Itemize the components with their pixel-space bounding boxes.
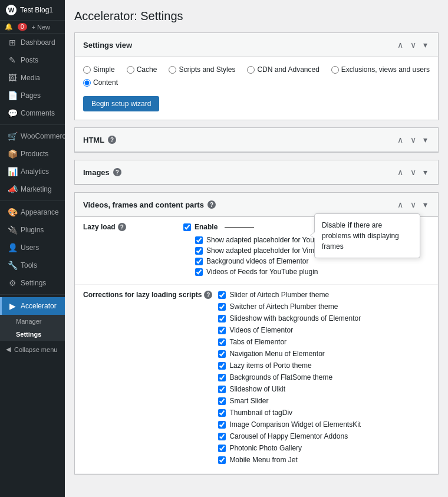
videos-collapse-toggle[interactable]: ▾ — [421, 199, 430, 210]
radio-cdn-advanced[interactable] — [247, 66, 255, 74]
lazy-load-enable-checkbox[interactable] — [183, 223, 191, 231]
setup-wizard-button[interactable]: Begin setup wizard — [83, 96, 159, 111]
comments-icon: 💬 — [8, 108, 17, 118]
sidebar-item-comments[interactable]: 💬 Comments — [0, 104, 65, 122]
sidebar-item-products[interactable]: 📦 Products — [0, 145, 65, 163]
check-photonic-gallery-input[interactable] — [218, 445, 226, 452]
collapse-down-button[interactable]: ∨ — [408, 39, 419, 51]
radio-content[interactable] — [83, 79, 91, 87]
sidebar-item-label: Tools — [21, 261, 37, 269]
sidebar-item-tools[interactable]: 🔧 Tools — [0, 256, 65, 274]
plugins-icon: 🔌 — [8, 225, 17, 235]
images-collapse-down[interactable]: ∨ — [408, 166, 419, 178]
corrections-controls: Slider of Airtech Plumber theme Switcher… — [218, 291, 430, 468]
check-happy-carousel-input[interactable] — [218, 433, 226, 440]
sidebar-item-accelerator[interactable]: ▶ Accelerator — [0, 297, 65, 315]
radio-scripts-styles[interactable] — [169, 66, 176, 74]
lazy-load-text: Lazy load — [83, 223, 116, 231]
collapse-icon: ◀ — [6, 345, 11, 353]
sidebar-submenu-manager[interactable]: Manager — [0, 315, 65, 328]
option-exclusions[interactable]: Exclusions, views and users — [331, 65, 430, 74]
corrections-info-icon[interactable]: ? — [204, 291, 212, 299]
tooltip-text-bold: if — [347, 221, 351, 229]
check-elementor-slideshow-input[interactable] — [218, 315, 226, 322]
check-elementor-tabs: Tabs of Elementor — [218, 338, 430, 346]
radio-cache[interactable] — [127, 66, 134, 74]
html-title-text: HTML — [83, 136, 104, 144]
check-youtube-input[interactable] — [195, 236, 203, 244]
lazy-load-info-icon[interactable]: ? — [118, 223, 126, 231]
sidebar-item-marketing[interactable]: 📣 Marketing — [0, 180, 65, 198]
sidebar-item-analytics[interactable]: 📊 Analytics — [0, 163, 65, 180]
site-name: Test Blog1 — [20, 6, 53, 14]
option-cdn-label: CDN and Advanced — [257, 65, 319, 74]
check-jet-mobile-input[interactable] — [218, 456, 226, 464]
sidebar-item-pages[interactable]: 📄 Pages — [0, 87, 65, 104]
woocommerce-icon: 🛒 — [8, 131, 17, 141]
check-tagdiv-thumb-input[interactable] — [218, 409, 226, 417]
sidebar-item-label: Marketing — [21, 185, 52, 193]
check-smart-slider-input[interactable] — [218, 397, 226, 405]
videos-info-icon[interactable]: ? — [207, 200, 216, 209]
sidebar-submenu-settings[interactable]: Settings — [0, 328, 65, 341]
option-content[interactable]: Content — [83, 78, 118, 87]
option-simple[interactable]: Simple — [83, 65, 115, 74]
check-airtech-slider-input[interactable] — [218, 291, 226, 299]
sidebar-item-posts[interactable]: ✎ Posts — [0, 51, 65, 69]
images-info-icon[interactable]: ? — [113, 168, 121, 176]
page-title: Accelerator: Settings — [74, 9, 439, 23]
check-airtech-switcher-input[interactable] — [218, 303, 226, 311]
videos-collapse-down[interactable]: ∨ — [408, 199, 419, 210]
html-collapse-down[interactable]: ∨ — [408, 134, 419, 146]
sidebar-item-settings[interactable]: ⚙ Settings — [0, 274, 65, 292]
label: Slider of Airtech Plumber theme — [229, 291, 329, 299]
option-cache[interactable]: Cache — [127, 65, 157, 74]
videos-collapse-up[interactable]: ∧ — [395, 199, 406, 210]
settings-icon: ⚙ — [8, 278, 17, 288]
check-porto-lazy-input[interactable] — [218, 362, 226, 370]
accelerator-icon: ▶ — [8, 301, 17, 311]
check-ulkit-slideshow-input[interactable] — [218, 386, 226, 393]
marketing-icon: 📣 — [8, 185, 17, 194]
sidebar-item-dashboard[interactable]: ⊞ Dashboard — [0, 34, 65, 51]
new-button[interactable]: + New — [32, 24, 51, 31]
tooltip-bubble: Disable if there are problems with displ… — [314, 213, 420, 258]
check-elementor-nav-input[interactable] — [218, 350, 226, 358]
check-elementor-slideshow: Slideshow with backgrounds of Elementor — [218, 314, 430, 322]
sidebar-item-plugins[interactable]: 🔌 Plugins — [0, 221, 65, 239]
html-info-icon[interactable]: ? — [108, 136, 116, 144]
label: Lazy items of Porto theme — [229, 361, 311, 370]
check-flatsome-bg-input[interactable] — [218, 374, 226, 381]
radio-exclusions[interactable] — [331, 66, 339, 74]
sidebar-item-users[interactable]: 👤 Users — [0, 239, 65, 256]
html-controls: ∧ ∨ ▾ — [395, 134, 430, 146]
check-elementor-tabs-input[interactable] — [218, 338, 226, 346]
check-happy-carousel: Carousel of Happy Elementor Addons — [218, 432, 430, 440]
sidebar-item-appearance[interactable]: 🎨 Appearance — [0, 203, 65, 221]
notification-icon: 🔔 — [5, 23, 13, 31]
dashboard-icon: ⊞ — [8, 38, 17, 47]
corrections-row: Corrections for lazy loading scripts ? S… — [75, 285, 438, 474]
images-title-text: Images — [83, 168, 110, 177]
collapse-up-button[interactable]: ∧ — [395, 39, 406, 51]
collapse-menu-button[interactable]: ◀ Collapse menu — [0, 341, 65, 358]
label: Switcher of Airtech Plumber theme — [229, 302, 338, 311]
html-collapse-up[interactable]: ∧ — [395, 134, 406, 146]
option-scripts-styles[interactable]: Scripts and Styles — [169, 65, 235, 74]
html-collapse-toggle[interactable]: ▾ — [421, 134, 430, 146]
radio-simple[interactable] — [83, 66, 91, 74]
collapse-toggle-button[interactable]: ▾ — [421, 39, 430, 51]
option-scripts-label: Scripts and Styles — [179, 65, 235, 74]
sidebar-item-label: Pages — [21, 91, 41, 100]
check-elementskit-img-input[interactable] — [218, 421, 226, 429]
check-vimeo-input[interactable] — [195, 247, 203, 255]
images-collapse-up[interactable]: ∧ — [395, 166, 406, 178]
images-collapse-toggle[interactable]: ▾ — [421, 166, 430, 178]
analytics-icon: 📊 — [8, 167, 17, 176]
check-youtube-feeds-input[interactable] — [195, 268, 203, 276]
sidebar-item-woocommerce[interactable]: 🛒 WooCommerce — [0, 127, 65, 145]
sidebar-item-media[interactable]: 🖼 Media — [0, 69, 65, 87]
option-cdn-advanced[interactable]: CDN and Advanced — [247, 65, 319, 74]
check-elementor-bg-input[interactable] — [195, 258, 203, 265]
check-elementor-videos-input[interactable] — [218, 327, 226, 334]
